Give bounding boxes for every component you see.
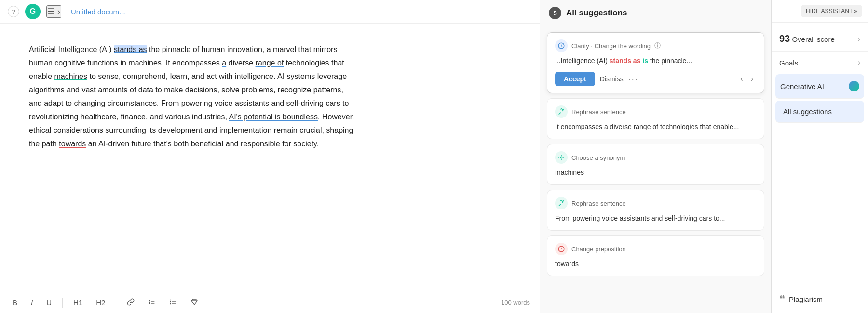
editor-panel: ? G ☰ › Untitled docum... Artificial Int… <box>0 0 540 313</box>
overall-score-item[interactable]: 93 Overall score › <box>772 26 868 52</box>
suggestion-type-2: Rephrase sentence <box>571 108 626 116</box>
separator-1 <box>62 298 63 308</box>
suggestion-card-2-header: Rephrase sentence <box>555 105 756 118</box>
suggestion-card-4-header: Rephrase sentence <box>555 197 756 209</box>
clear-format-button[interactable] <box>188 296 201 309</box>
editor-content[interactable]: Artificial Intelligence (AI) stands as t… <box>0 24 540 292</box>
suggestion-preview-1: ...Intelligence (AI) stands as is the pi… <box>555 56 756 66</box>
svg-point-8 <box>170 303 171 304</box>
dismiss-button[interactable]: Dismiss <box>600 75 624 83</box>
plagiarism-label: Plagiarism <box>789 295 823 303</box>
suggestion-preview-4: From powering voice assistants and self-… <box>555 213 756 223</box>
h2-button[interactable]: H2 <box>93 297 108 309</box>
suggestion-card-1-header: Clarity · Change the wording ⓘ <box>555 39 756 52</box>
suggestion-type-3: Choose a synonym <box>571 154 625 161</box>
underlined-text-5: towards <box>59 140 86 148</box>
editor-toolbar-bottom: B I U H1 H2 100 words <box>0 292 540 313</box>
unordered-list-button[interactable] <box>166 296 180 309</box>
suggestion-actions-1: Accept Dismiss ··· ‹ › <box>555 72 756 86</box>
assistant-header: HIDE ASSISTANT » <box>772 0 868 23</box>
svg-point-11 <box>560 156 562 158</box>
underlined-text-4: AI's potential is boundless <box>229 113 318 121</box>
suggestion-preview-2: It encompasses a diverse range of techno… <box>555 122 756 132</box>
suggestions-header: 5 All suggestions <box>540 0 771 26</box>
suggestions-title: All suggestions <box>566 8 627 18</box>
suggestion-icon-preposition <box>555 243 568 255</box>
chevron-right-icon-goals: › <box>858 58 860 67</box>
generative-ai-item[interactable]: Generative AI <box>775 74 864 99</box>
help-button[interactable]: ? <box>8 6 19 17</box>
suggestions-panel: 5 All suggestions Clarity · Change the w… <box>540 0 772 313</box>
suggestion-icon-synonym <box>555 151 568 164</box>
underline-button[interactable]: U <box>43 297 54 309</box>
strikethrough-text: stands as <box>610 57 641 65</box>
suggestion-card-5-header: Change preposition <box>555 243 756 255</box>
separator-2 <box>116 298 116 308</box>
suggestion-icon-rephrase-2 <box>555 197 568 209</box>
all-suggestions-label: All suggestions <box>783 107 832 116</box>
hamburger-menu[interactable]: ☰ › <box>46 5 61 18</box>
nav-arrows: ‹ › <box>737 74 756 84</box>
link-button[interactable] <box>124 296 137 309</box>
assistant-panel: HIDE ASSISTANT » 93 Overall score › Goal… <box>772 0 868 313</box>
italic-button[interactable]: I <box>28 297 36 309</box>
accept-button[interactable]: Accept <box>555 72 595 86</box>
underlined-text-2: range of <box>256 59 284 67</box>
suggestion-card-2[interactable]: Rephrase sentence It encompasses a diver… <box>547 98 764 139</box>
doc-title: Untitled docum... <box>71 8 125 16</box>
assistant-menu: 93 Overall score › Goals › Generative AI… <box>772 23 868 285</box>
ordered-list-button[interactable] <box>145 296 159 309</box>
grammarly-logo: G <box>25 4 41 19</box>
more-button[interactable]: ··· <box>628 74 638 84</box>
hide-assistant-button[interactable]: HIDE ASSISTANT » <box>801 5 862 17</box>
plagiarism-icon: ❝ <box>779 293 785 305</box>
highlighted-text: stands as <box>114 45 147 53</box>
generative-ai-label: Generative AI <box>780 82 824 91</box>
h1-button[interactable]: H1 <box>70 297 85 309</box>
underlined-text-1: a <box>222 59 226 67</box>
overall-score-label: Overall score <box>792 35 834 43</box>
goals-label: Goals <box>779 59 798 67</box>
all-suggestions-item[interactable]: All suggestions <box>775 101 864 123</box>
suggestion-card-4[interactable]: Rephrase sentence From powering voice as… <box>547 190 764 231</box>
generative-ai-icon <box>849 81 859 91</box>
overall-score-value: 93 Overall score <box>779 33 835 44</box>
goals-item[interactable]: Goals › <box>772 52 868 74</box>
suggestion-icon-rephrase-1 <box>555 105 568 118</box>
prev-arrow[interactable]: ‹ <box>737 74 746 84</box>
word-count: 100 words <box>501 299 530 306</box>
suggestion-preview-3: machines <box>555 168 756 178</box>
underlined-text-3: machines <box>54 72 87 80</box>
suggestion-info-1[interactable]: ⓘ <box>654 41 661 50</box>
suggestions-list: Clarity · Change the wording ⓘ ...Intell… <box>540 26 771 313</box>
chevron-right-icon: › <box>858 35 860 43</box>
suggestion-preview-5: towards <box>555 259 756 269</box>
suggestion-card-3[interactable]: Choose a synonym machines <box>547 144 764 185</box>
svg-point-7 <box>170 301 171 302</box>
suggestion-type-1: Clarity · Change the wording <box>571 42 651 50</box>
suggestion-card-3-header: Choose a synonym <box>555 151 756 164</box>
editor-toolbar-top: ? G ☰ › Untitled docum... <box>0 0 540 24</box>
editor-paragraph[interactable]: Artificial Intelligence (AI) stands as t… <box>29 43 357 151</box>
score-number: 93 <box>779 33 790 44</box>
svg-point-6 <box>170 300 171 300</box>
suggestion-card-5[interactable]: Change preposition towards <box>547 235 764 276</box>
plagiarism-section[interactable]: ❝ Plagiarism <box>772 285 868 313</box>
suggestion-type-5: Change preposition <box>571 246 626 253</box>
next-arrow[interactable]: › <box>748 74 756 84</box>
replacement-text: is <box>642 57 648 65</box>
suggestion-card-1[interactable]: Clarity · Change the wording ⓘ ...Intell… <box>547 32 764 93</box>
suggestion-icon-clarity <box>555 39 568 52</box>
suggestions-count-badge: 5 <box>549 7 561 19</box>
suggestion-type-4: Rephrase sentence <box>571 200 626 207</box>
bold-button[interactable]: B <box>10 297 20 309</box>
